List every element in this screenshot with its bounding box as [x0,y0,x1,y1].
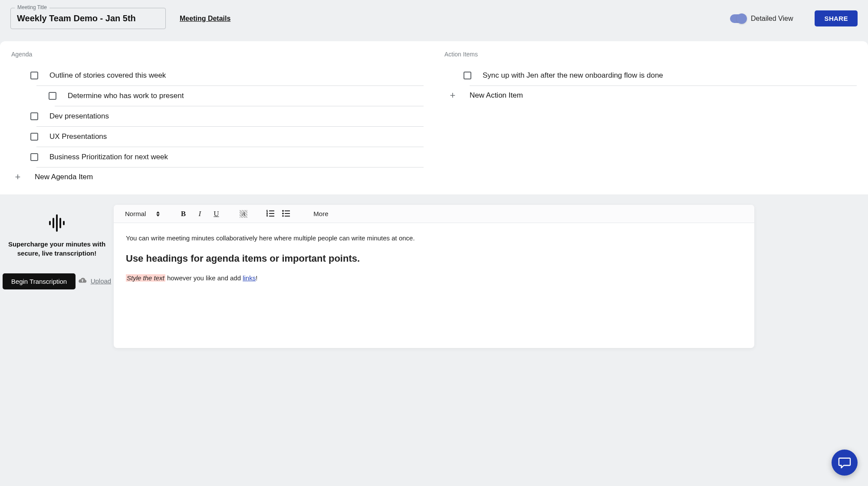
agenda-item[interactable]: UX Presentations [11,127,424,147]
ordered-list-button[interactable]: 123 [266,210,274,218]
highlighted-text: Style the text [126,274,165,282]
highlight-button[interactable]: A [240,210,247,218]
editor-toolbar: Normal B I U A 123 More [114,205,754,223]
agenda-item[interactable]: Business Prioritization for next week [11,147,424,167]
begin-transcription-button[interactable]: Begin Transcription [3,273,76,289]
lists-panel: Agenda Outline of stories covered this w… [0,41,868,194]
lower-area: Supercharge your minutes with secure, li… [0,194,868,348]
unordered-list-button[interactable] [282,210,290,218]
checkbox-icon[interactable] [30,72,38,79]
more-button[interactable]: More [313,210,328,217]
chat-fab[interactable] [832,450,858,476]
header-bar: Meeting Title Meeting Details Detailed V… [0,0,868,41]
editor-paragraph: Style the text however you like and add … [126,273,742,283]
bold-button[interactable]: B [179,210,187,218]
detailed-view-toggle-group: Detailed View [730,14,793,23]
waveform-icon [49,213,65,233]
checkbox-icon[interactable] [30,153,38,161]
action-items-panel: Action Items Sync up with Jen after the … [444,51,857,181]
editor-heading: Use headings for agenda items or importa… [126,251,742,266]
new-action-item[interactable]: + New Action Item [446,86,857,100]
underline-button[interactable]: U [212,210,220,218]
meeting-details-link[interactable]: Meeting Details [180,15,230,23]
transcription-cta: Supercharge your minutes with secure, li… [0,205,114,289]
upload-label: Upload [91,277,112,285]
detailed-view-toggle[interactable] [730,14,746,23]
agenda-item[interactable]: Dev presentations [11,106,424,126]
editor-paragraph: You can write meeting minutes collaborat… [126,233,742,243]
chat-icon [838,456,851,469]
sort-icon [156,211,160,217]
detailed-view-label: Detailed View [751,15,793,23]
checkbox-icon[interactable] [464,72,471,79]
action-item[interactable]: Sync up with Jen after the new onboardin… [444,66,857,85]
svg-point-10 [283,216,284,217]
minutes-editor: Normal B I U A 123 More You can write me… [114,205,754,348]
checkbox-icon[interactable] [30,112,38,120]
new-action-label: New Action Item [470,91,523,100]
agenda-item-text: Outline of stories covered this week [49,71,166,80]
agenda-title: Agenda [11,51,424,58]
checkbox-icon[interactable] [30,133,38,141]
style-select-value: Normal [125,210,146,217]
agenda-item-text: Business Prioritization for next week [49,153,168,161]
agenda-item[interactable]: Outline of stories covered this week [11,66,424,85]
editor-link[interactable]: links [243,274,256,282]
meeting-title-field: Meeting Title [10,8,166,29]
action-item-text: Sync up with Jen after the new onboardin… [483,71,663,80]
upload-link[interactable]: Upload [78,277,112,285]
editor-body[interactable]: You can write meeting minutes collaborat… [114,223,754,301]
agenda-item-text: UX Presentations [49,132,107,141]
new-agenda-item[interactable]: + New Agenda Item [11,167,424,181]
svg-point-6 [283,210,284,212]
agenda-item[interactable]: Determine who has work to present [11,86,424,106]
svg-point-8 [283,213,284,214]
style-select[interactable]: Normal [125,208,160,219]
action-items-title: Action Items [444,51,857,58]
svg-text:3: 3 [266,215,268,217]
italic-button[interactable]: I [195,210,204,218]
plus-icon: + [14,173,22,181]
checkbox-icon[interactable] [49,92,56,100]
agenda-panel: Agenda Outline of stories covered this w… [11,51,424,181]
share-button[interactable]: SHARE [815,10,858,26]
cloud-upload-icon [78,277,87,285]
meeting-title-input[interactable] [10,8,166,29]
agenda-item-text: Dev presentations [49,112,109,121]
plus-icon: + [449,92,457,99]
meeting-title-label: Meeting Title [15,4,49,10]
transcription-cta-text: Supercharge your minutes with secure, li… [0,240,114,258]
new-agenda-label: New Agenda Item [35,173,93,181]
agenda-item-text: Determine who has work to present [68,92,184,100]
